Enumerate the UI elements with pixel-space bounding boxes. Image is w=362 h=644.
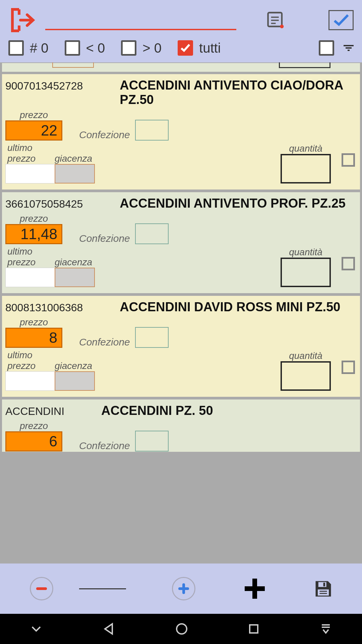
header-top-row xyxy=(8,7,354,34)
confezione-label: Confezione xyxy=(79,233,130,244)
ultimo-prezzo-label: ultimo prezzo xyxy=(5,350,57,371)
android-navbar xyxy=(0,614,362,644)
chevron-down-icon[interactable] xyxy=(29,622,43,636)
item-checkbox[interactable] xyxy=(342,257,355,270)
confezione-label: Confezione xyxy=(79,129,130,141)
giacenza-label: giacenza xyxy=(55,153,98,164)
filter-all-checkbox[interactable] xyxy=(178,40,193,56)
quantita-input[interactable] xyxy=(281,154,331,183)
ultimo-prezzo-input[interactable] xyxy=(5,371,55,391)
filter-row: # 0 < 0 > 0 tutti xyxy=(8,40,354,59)
check-icon xyxy=(333,13,350,27)
list-item[interactable]: 8008131006368 ACCENDINI DAVID ROSS MINI … xyxy=(1,295,361,397)
quantita-label: quantità xyxy=(289,247,322,258)
list-item[interactable]: 3661075058425 ACCENDINI ANTIVENTO PROF. … xyxy=(1,192,361,294)
confezione-input[interactable] xyxy=(135,327,169,348)
home-icon[interactable] xyxy=(175,622,188,636)
save-icon[interactable] xyxy=(314,580,333,598)
confezione-input[interactable] xyxy=(135,223,169,244)
filter-less-label: < 0 xyxy=(86,41,105,56)
partial-preceding-item xyxy=(1,62,361,72)
quantita-input[interactable] xyxy=(281,361,331,391)
svg-point-4 xyxy=(280,24,284,28)
exit-icon[interactable] xyxy=(8,7,35,34)
giacenza-label: giacenza xyxy=(55,361,98,371)
filter-less-checkbox[interactable] xyxy=(65,40,80,56)
quantita-input[interactable] xyxy=(281,258,331,287)
price-value[interactable]: 8 xyxy=(5,328,62,348)
item-barcode: 3661075058425 xyxy=(5,198,83,210)
filter-zero-checkbox[interactable] xyxy=(8,40,24,56)
footer-toolbar xyxy=(0,564,362,614)
price-value[interactable]: 22 xyxy=(5,120,62,141)
price-value[interactable]: 6 xyxy=(5,431,62,451)
svg-point-18 xyxy=(177,624,187,634)
svg-rect-0 xyxy=(268,12,282,26)
filter-greater-checkbox[interactable] xyxy=(121,40,136,56)
item-barcode: ACCENDINI xyxy=(5,405,64,418)
confezione-label: Confezione xyxy=(79,440,130,451)
quantita-label: quantità xyxy=(289,351,322,361)
filter-icon[interactable] xyxy=(344,45,354,51)
quantita-label: quantità xyxy=(289,143,322,154)
item-barcode: 9007013452728 xyxy=(5,80,83,92)
giacenza-label: giacenza xyxy=(55,257,98,268)
giacenza-value xyxy=(55,268,95,287)
filter-all-label: tutti xyxy=(199,41,221,56)
back-icon[interactable] xyxy=(102,622,116,636)
price-label: prezzo xyxy=(5,317,62,328)
decrement-button[interactable] xyxy=(30,577,53,600)
price-label: prezzo xyxy=(5,421,62,431)
price-value[interactable]: 11,48 xyxy=(5,224,62,244)
svg-rect-15 xyxy=(318,589,329,595)
drawer-down-icon[interactable] xyxy=(319,622,333,636)
filter-extra-checkbox[interactable] xyxy=(319,40,334,56)
item-checkbox[interactable] xyxy=(342,361,355,374)
plus-blue-icon xyxy=(177,582,190,595)
item-name: ACCENDINI DAVID ROSS MINI PZ.50 xyxy=(120,300,340,314)
list-item[interactable]: ACCENDINI ACCENDINI PZ. 50 prezzo 6 Conf… xyxy=(1,399,361,452)
item-name: ACCENDINI ANTIVENTO CIAO/DORA PZ.50 xyxy=(120,78,357,107)
filter-zero-label: # 0 xyxy=(30,41,49,56)
confezione-label: Confezione xyxy=(79,336,130,348)
item-name: ACCENDINI ANTIVENTO PROF. PZ.25 xyxy=(120,196,346,211)
item-checkbox[interactable] xyxy=(342,153,355,167)
confirm-button[interactable] xyxy=(328,10,354,30)
check-icon xyxy=(180,43,191,53)
price-label: prezzo xyxy=(5,110,62,120)
price-label: prezzo xyxy=(5,213,62,224)
svg-rect-13 xyxy=(318,582,326,587)
footer-qty-input[interactable] xyxy=(79,588,126,589)
search-input[interactable] xyxy=(45,10,236,30)
ultimo-prezzo-label: ultimo prezzo xyxy=(5,143,57,164)
ultimo-prezzo-label: ultimo prezzo xyxy=(5,246,57,268)
confezione-input[interactable] xyxy=(135,431,169,451)
item-list[interactable]: 9007013452728 ACCENDINI ANTIVENTO CIAO/D… xyxy=(0,62,362,564)
confezione-input[interactable] xyxy=(135,120,169,141)
ultimo-prezzo-input[interactable] xyxy=(5,268,55,287)
item-name: ACCENDINI PZ. 50 xyxy=(101,404,213,418)
increment-button[interactable] xyxy=(172,577,195,600)
svg-rect-19 xyxy=(250,625,258,633)
giacenza-value xyxy=(55,164,95,183)
header: # 0 < 0 > 0 tutti xyxy=(0,0,362,62)
plus-black-icon[interactable] xyxy=(241,575,268,602)
ultimo-prezzo-input[interactable] xyxy=(5,164,55,183)
item-barcode: 8008131006368 xyxy=(5,302,83,314)
minus-icon xyxy=(35,582,48,595)
note-icon[interactable] xyxy=(266,11,285,30)
list-item[interactable]: 9007013452728 ACCENDINI ANTIVENTO CIAO/D… xyxy=(1,73,361,190)
svg-rect-14 xyxy=(323,583,325,586)
giacenza-value xyxy=(55,371,95,391)
recent-icon[interactable] xyxy=(248,623,260,635)
filter-greater-label: > 0 xyxy=(142,41,162,56)
